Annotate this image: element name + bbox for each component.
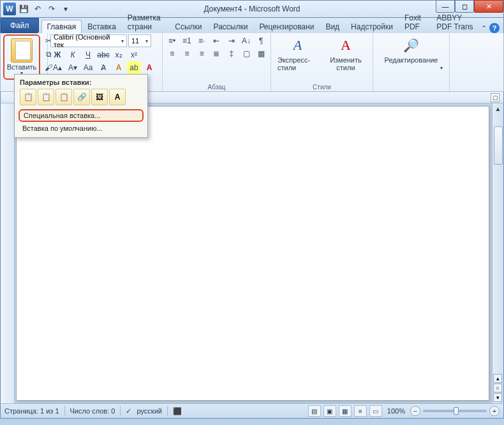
shrink-font-icon[interactable]: A▾ — [66, 61, 80, 74]
clear-formatting-icon[interactable]: A̷ — [96, 61, 110, 74]
font-name-value: Calibri (Основной тек — [54, 33, 121, 48]
align-left-icon[interactable]: ≡ — [165, 47, 179, 60]
decrease-indent-icon[interactable]: ⇤ — [210, 34, 223, 47]
tab-insert[interactable]: Вставка — [82, 20, 122, 33]
zoom-in-icon[interactable]: + — [489, 406, 500, 416]
view-draft-icon[interactable]: ▭ — [369, 405, 382, 417]
paste-option-keep-text-icon[interactable]: A — [109, 89, 126, 105]
vertical-ruler[interactable] — [1, 103, 15, 403]
line-spacing-icon[interactable]: ‡ — [225, 47, 238, 60]
underline-icon[interactable]: Ч — [81, 48, 95, 61]
group-paragraph: ≡• ≡1 ≡· ⇤ ⇥ A↓ ¶ ≡ ≡ ≡ ≣ ‡ ▢ ▦ Абзац — [163, 33, 271, 91]
change-case-icon[interactable]: Aa — [81, 61, 95, 74]
paste-option-merge-icon[interactable]: 📋 — [38, 89, 54, 105]
group-styles-label: Стили — [271, 84, 373, 91]
change-styles-button[interactable]: A Изменить стили — [322, 34, 370, 73]
tab-references[interactable]: Ссылки — [169, 20, 207, 33]
align-right-icon[interactable]: ≡ — [195, 47, 209, 60]
zoom-level[interactable]: 100% — [387, 407, 405, 415]
multilevel-icon[interactable]: ≡· — [195, 34, 209, 47]
status-words[interactable]: Число слов: 0 — [70, 407, 115, 415]
subscript-icon[interactable]: x₂ — [112, 48, 126, 61]
document-page[interactable] — [16, 106, 489, 401]
next-page-icon[interactable]: ▾ — [493, 393, 502, 402]
paste-option-keep-source-icon[interactable]: 📋 — [20, 89, 36, 105]
paste-option-link-icon[interactable]: 🔗 — [73, 89, 90, 105]
zoom-slider[interactable] — [423, 410, 487, 412]
view-web-icon[interactable]: ▦ — [339, 405, 352, 417]
browse-object-icon[interactable]: ○ — [493, 384, 502, 392]
separator — [64, 406, 65, 416]
zoom-out-icon[interactable]: − — [410, 406, 420, 416]
tab-addins[interactable]: Надстройки — [345, 20, 399, 33]
view-full-screen-icon[interactable]: ▣ — [323, 405, 336, 417]
paste-button[interactable]: Вставить ▾ — [6, 36, 38, 78]
paste-button-highlight: Вставить ▾ — [3, 34, 40, 80]
tab-review[interactable]: Рецензировани — [253, 20, 320, 33]
strikethrough-icon[interactable]: abc — [96, 48, 110, 61]
ruler-toggle-icon[interactable]: ▢ — [491, 93, 500, 102]
quick-styles-button[interactable]: A Экспресс-стили — [274, 34, 322, 73]
editing-button[interactable]: 🔎 Редактирование ▾ — [376, 34, 447, 72]
view-print-layout-icon[interactable]: ▤ — [308, 405, 321, 417]
tab-view[interactable]: Вид — [320, 20, 345, 33]
paste-special-menuitem[interactable]: Специальная вставка... — [19, 109, 144, 122]
status-page[interactable]: Страница: 1 из 1 — [4, 407, 59, 415]
scroll-up-icon[interactable]: ▲ — [493, 103, 503, 114]
spellcheck-icon[interactable]: ✓ — [126, 407, 131, 415]
zoom-slider-knob[interactable] — [454, 407, 459, 415]
tab-foxit[interactable]: Foxit PDF — [399, 11, 431, 33]
paste-option-picture-icon[interactable]: 🖼 — [91, 89, 108, 105]
font-color-icon[interactable]: A — [142, 61, 156, 74]
find-icon: 🔎 — [401, 36, 422, 55]
collapse-ribbon-icon[interactable]: ⌃ — [481, 24, 487, 33]
show-marks-icon[interactable]: ¶ — [255, 34, 268, 47]
view-outline-icon[interactable]: ≡ — [354, 405, 367, 417]
paste-default-menuitem[interactable]: Вставка по умолчанию... — [17, 122, 145, 135]
borders-icon[interactable]: ▦ — [255, 47, 268, 60]
superscript-icon[interactable]: x² — [127, 48, 141, 61]
group-editing: 🔎 Редактирование ▾ — [373, 33, 450, 91]
redo-icon[interactable]: ↷ — [45, 3, 58, 15]
paste-options-header: Параметры вставки: — [17, 77, 145, 87]
chevron-down-icon[interactable]: ▾ — [121, 38, 124, 44]
tab-home[interactable]: Главная — [41, 20, 82, 33]
status-bar: Страница: 1 из 1 Число слов: 0 ✓ русский… — [0, 403, 504, 419]
word-app-icon[interactable]: W — [3, 3, 16, 15]
italic-icon[interactable]: К — [66, 48, 80, 61]
help-icon[interactable]: ? — [489, 23, 500, 33]
font-size-combo[interactable]: 11 ▾ — [128, 34, 151, 47]
numbering-icon[interactable]: ≡1 — [180, 34, 193, 47]
font-name-combo[interactable]: Calibri (Основной тек ▾ — [50, 34, 127, 47]
undo-icon[interactable]: ↶ — [31, 3, 44, 15]
tab-mailings[interactable]: Рассылки — [208, 20, 254, 33]
text-effects-icon[interactable]: A — [112, 61, 126, 74]
bullets-icon[interactable]: ≡• — [165, 34, 179, 47]
grow-font-icon[interactable]: A▴ — [50, 61, 64, 74]
sort-icon[interactable]: A↓ — [239, 34, 253, 47]
prev-page-icon[interactable]: ▴ — [493, 374, 502, 383]
justify-icon[interactable]: ≣ — [210, 47, 223, 60]
highlight-icon[interactable]: ab — [127, 61, 141, 74]
vertical-scrollbar[interactable]: ▲ ▴ ○ ▾ — [492, 103, 503, 403]
qat-dropdown-icon[interactable]: ▾ — [59, 3, 72, 15]
paste-icon — [11, 38, 33, 63]
quick-styles-label: Экспресс-стили — [278, 56, 318, 71]
change-styles-icon: A — [336, 36, 356, 55]
group-styles: A Экспресс-стили A Изменить стили Стили — [271, 33, 373, 91]
bold-icon[interactable]: Ж — [50, 48, 64, 61]
chevron-down-icon[interactable]: ▾ — [145, 38, 148, 44]
tab-layout[interactable]: Разметка страни — [122, 11, 169, 33]
increase-indent-icon[interactable]: ⇥ — [225, 34, 238, 47]
document-area: ▲ ▴ ○ ▾ — [0, 103, 504, 403]
shading-icon[interactable]: ▢ — [239, 47, 253, 60]
status-language[interactable]: русский — [137, 407, 161, 415]
tab-abbyy[interactable]: ABBYY PDF Trans — [431, 11, 481, 33]
tab-file[interactable]: Файл — [1, 18, 39, 33]
macro-record-icon[interactable]: ⬛ — [173, 407, 182, 415]
align-center-icon[interactable]: ≡ — [180, 47, 193, 60]
quick-access-toolbar: W 💾 ↶ ↷ ▾ — [1, 3, 72, 15]
save-icon[interactable]: 💾 — [17, 3, 30, 15]
scroll-thumb[interactable] — [494, 126, 503, 165]
paste-option-text-icon[interactable]: 📋 — [56, 89, 72, 105]
